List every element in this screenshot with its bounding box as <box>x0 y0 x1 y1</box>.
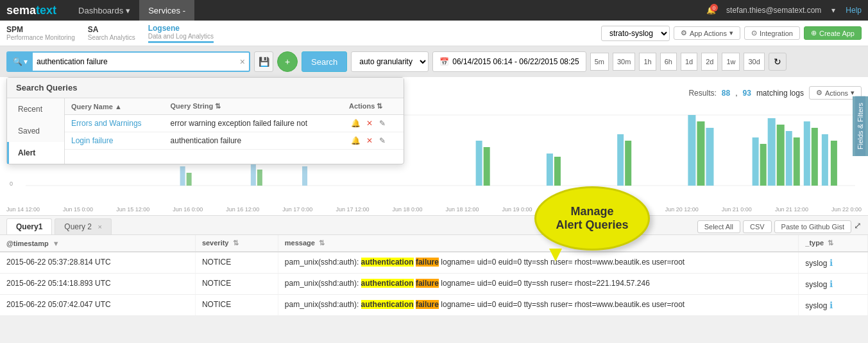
svg-text:0: 0 <box>10 180 13 187</box>
tab-query1-label: Query1 <box>16 222 42 231</box>
calendar-icon: 📅 <box>439 57 449 66</box>
results-count2[interactable]: 93 <box>743 89 751 98</box>
search-type-icon: 🔍 <box>13 57 22 66</box>
app-selector[interactable]: strato-syslog <box>601 26 670 41</box>
tab-query1[interactable]: Query1 <box>6 218 52 234</box>
query-actions-1: 🔔 ✕ ✎ <box>343 115 404 132</box>
nav-services[interactable]: Services - <box>139 0 194 21</box>
date-range-label: 06/14/2015 06:14 - 06/22/2015 08:25 <box>452 57 579 66</box>
delete-icon-2[interactable]: ✕ <box>366 136 373 145</box>
notification-bell[interactable]: 🔔 0 <box>706 6 716 15</box>
sort-message-icon: ⇅ <box>319 239 325 247</box>
main-content: @timestamp ▼ severity ⇅ message ⇅ _type … <box>0 235 868 316</box>
subnav-spm[interactable]: SPM Performance Monitoring <box>6 25 75 41</box>
svg-rect-8 <box>302 166 307 186</box>
query-name-1[interactable]: Errors and Warnings <box>71 119 142 128</box>
query-string-1: error warning exception failed failure n… <box>164 115 343 132</box>
dropdown-title: Search Queries <box>7 78 404 98</box>
svg-rect-18 <box>753 137 759 186</box>
integration-button[interactable]: ⊙ Integration <box>744 26 800 40</box>
plus-circle-icon: + <box>285 57 290 67</box>
sidebar-alert[interactable]: Alert <box>7 142 64 164</box>
edit-icon-1[interactable]: ✎ <box>379 119 386 128</box>
col-header-severity[interactable]: severity ⇅ <box>195 235 278 252</box>
queries-table: Query Name ▲ Query String ⇅ Actions ⇅ <box>65 98 404 164</box>
csv-button[interactable]: CSV <box>743 220 772 233</box>
sub-nav: SPM Performance Monitoring SA Search Ana… <box>0 21 868 46</box>
alert-bell-icon-2[interactable]: 🔔 <box>351 136 361 145</box>
sidebar-saved[interactable]: Saved <box>7 120 64 142</box>
col-header-type[interactable]: _type ⇅ <box>799 235 868 252</box>
tab-query2[interactable]: Query 2 × <box>55 218 111 234</box>
query-row-2: Login failure authentication failure 🔔 ✕… <box>65 132 404 150</box>
svg-rect-22 <box>786 131 792 186</box>
app-actions-label: App Actions <box>690 30 727 37</box>
col-header-message[interactable]: message ⇅ <box>278 235 799 252</box>
search-type-button[interactable]: 🔍 ▾ <box>8 53 33 71</box>
time-30d-button[interactable]: 30d <box>744 53 764 71</box>
user-account[interactable]: stefan.thies@sematext.com <box>726 6 821 15</box>
search-input[interactable] <box>33 57 236 66</box>
col-query-string[interactable]: Query String ⇅ <box>164 98 343 115</box>
fields-filters-panel[interactable]: Fields & Filters <box>853 96 868 156</box>
callout-line1: Manage <box>570 205 613 218</box>
sub-nav-right: strato-syslog ⚙ App Actions ▾ ⊙ Integrat… <box>601 26 862 41</box>
subnav-sa[interactable]: SA Search Analytics <box>88 25 135 41</box>
info-icon-3[interactable]: ℹ <box>830 300 833 310</box>
refresh-button[interactable]: ↻ <box>769 53 787 71</box>
time-1h-button[interactable]: 1h <box>639 53 656 71</box>
cell-type-1: syslog ℹ <box>799 252 868 274</box>
help-link[interactable]: Help <box>846 6 862 15</box>
refresh-icon: ↻ <box>774 57 781 67</box>
table-row: 2015-06-22 05:37:28.814 UTC NOTICE pam_u… <box>0 252 868 274</box>
select-all-button[interactable]: Select All <box>697 220 740 233</box>
delete-icon-1[interactable]: ✕ <box>366 119 373 128</box>
cell-timestamp-3: 2015-06-22 05:07:42.047 UTC <box>0 295 195 316</box>
time-6h-button[interactable]: 6h <box>660 53 677 71</box>
time-1w-button[interactable]: 1w <box>722 53 740 71</box>
svg-rect-13 <box>617 134 624 186</box>
logo-sema-text: sematext <box>6 4 56 17</box>
results-label: Results: <box>688 89 716 98</box>
save-query-button[interactable]: 💾 <box>254 51 273 72</box>
sort-type-icon: ⇅ <box>828 239 833 247</box>
svg-rect-16 <box>697 121 704 186</box>
sa-label: SA <box>88 25 135 34</box>
expand-icon[interactable]: ⤢ <box>854 220 862 233</box>
nav-dashboards[interactable]: Dashboards ▾ <box>69 0 139 21</box>
time-1d-button[interactable]: 1d <box>681 53 697 71</box>
fail-highlight-1: failure <box>416 258 439 267</box>
search-button[interactable]: Search <box>302 51 347 72</box>
col-query-name[interactable]: Query Name ▲ <box>65 98 164 115</box>
alert-bell-icon-1[interactable]: 🔔 <box>351 119 361 128</box>
time-2d-button[interactable]: 2d <box>701 53 718 71</box>
info-icon-2[interactable]: ℹ <box>830 279 833 289</box>
results-count1[interactable]: 88 <box>722 89 730 98</box>
granularity-select[interactable]: auto granularity <box>351 51 429 72</box>
info-icon-1[interactable]: ℹ <box>830 258 833 268</box>
subnav-logsene[interactable]: Logsene Data and Log Analytics <box>148 24 214 43</box>
sidebar-recent[interactable]: Recent <box>7 98 64 120</box>
create-app-button[interactable]: ⊕ Create App <box>804 26 862 40</box>
sort-severity-icon: ⇅ <box>233 239 239 247</box>
logo[interactable]: sematext <box>6 4 56 17</box>
tab-query2-close[interactable]: × <box>98 223 101 231</box>
time-30m-button[interactable]: 30m <box>613 53 635 71</box>
add-filter-button[interactable]: + <box>277 51 298 72</box>
col-header-timestamp[interactable]: @timestamp ▼ <box>0 235 195 252</box>
x-label-7: Jun 18 0:00 <box>392 206 422 213</box>
app-actions-button[interactable]: ⚙ App Actions ▾ <box>674 26 740 40</box>
date-range-button[interactable]: 📅 06/14/2015 06:14 - 06/22/2015 08:25 <box>432 51 586 72</box>
time-5m-button[interactable]: 5m <box>590 53 609 71</box>
tabs-left: Query1 Query 2 × <box>6 218 112 234</box>
dropdown-body: Recent Saved Alert Query Name ▲ Query St… <box>7 98 404 164</box>
paste-github-button[interactable]: Paste to Github Gist <box>774 220 851 233</box>
svg-rect-11 <box>547 154 553 186</box>
x-label-5: Jun 17 0:00 <box>282 206 312 213</box>
spm-label: SPM <box>6 25 75 34</box>
data-table: @timestamp ▼ severity ⇅ message ⇅ _type … <box>0 235 868 316</box>
query-name-2[interactable]: Login failure <box>71 136 113 145</box>
edit-icon-2[interactable]: ✎ <box>379 136 386 145</box>
search-clear-button[interactable]: × <box>236 57 249 67</box>
svg-rect-9 <box>476 141 482 186</box>
